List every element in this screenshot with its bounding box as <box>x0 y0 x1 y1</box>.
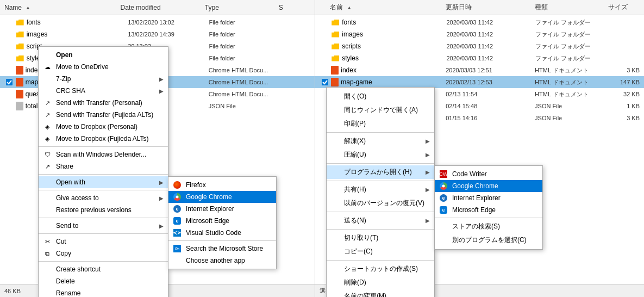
checkbox[interactable] <box>4 30 15 39</box>
left-col-size-label[interactable]: S <box>279 4 310 11</box>
right-menu-item-open[interactable]: 開く(O) <box>327 90 434 103</box>
crc-icon <box>43 86 52 95</box>
table-row[interactable]: fonts 2020/03/03 11:42 ファイル フォルダー <box>315 16 644 28</box>
right-menu-item-extract[interactable]: 解凍(X)▶ <box>327 134 434 148</box>
submenu-item-edge[interactable]: e Microsoft Edge <box>168 215 276 227</box>
firefox-icon <box>173 181 182 189</box>
menu-item-sendto[interactable]: Send to▶ <box>39 220 168 232</box>
right-menu-item-shortcut[interactable]: ショートカットの作成(S) <box>327 262 434 276</box>
file-name: fonts <box>27 18 128 26</box>
checkbox[interactable] <box>4 66 15 75</box>
table-row[interactable]: images 13/02/2020 14:39 File folder <box>0 28 315 40</box>
menu-item-send-personal[interactable]: ↗Send with Transfer (Personal) <box>39 97 168 109</box>
submenu-item-store-search[interactable]: ストアの検索(S) <box>435 220 542 233</box>
file-date: 2020/02/13 12:53 <box>446 79 535 85</box>
file-type: ファイル フォルダー <box>535 42 609 51</box>
checkbox[interactable] <box>4 102 15 110</box>
menu-item-send-fujieda[interactable]: ↗Send with Transfer (Fujieda ALTs) <box>39 109 168 121</box>
submenu-item-choose-program[interactable]: 別のプログラムを選択(C) <box>435 233 542 247</box>
checkbox[interactable] <box>4 54 15 63</box>
table-row[interactable]: index 2020/03/03 12:51 HTML ドキュメント 3 KB <box>315 64 644 76</box>
checkbox[interactable] <box>320 66 330 75</box>
table-row[interactable]: fonts 13/02/2020 13:02 File folder <box>0 16 315 28</box>
menu-item-share[interactable]: ↗Share <box>39 160 168 172</box>
menu-item-move-onedrive[interactable]: ☁Move to OneDrive <box>39 61 168 73</box>
menu-item-openwith[interactable]: Open with▶ Firefox Google Chrome <box>39 176 168 188</box>
menu-item-create-shortcut[interactable]: Create shortcut <box>39 263 168 275</box>
right-menu-item-cut[interactable]: 切り取り(T) <box>327 231 434 245</box>
left-col-date-label[interactable]: Date modified <box>121 4 205 11</box>
right-col-name[interactable]: 名前 ▲ <box>330 3 445 12</box>
menu-item-give-access[interactable]: Give access to▶ <box>39 192 168 204</box>
right-menu-item-share[interactable]: 共有(H)▶ <box>327 183 434 196</box>
right-col-size-label[interactable]: サイズ <box>608 3 640 12</box>
checkbox[interactable] <box>320 54 330 63</box>
submenu-item-choose[interactable]: Choose another app <box>168 255 276 267</box>
arrow-icon: ▶ <box>426 138 430 144</box>
right-menu-item-compress[interactable]: 圧縮(U)▶ <box>327 148 434 162</box>
separator <box>39 146 168 147</box>
right-menu-item-open-same[interactable]: 同じウィンドウで開く(A) <box>327 103 434 117</box>
right-menu-item-restore[interactable]: 以前のバージョンの復元(V) <box>327 196 434 210</box>
table-row[interactable]: scripts 2020/03/03 11:42 ファイル フォルダー <box>315 40 644 52</box>
separator <box>327 260 434 261</box>
menu-item-copy[interactable]: ⧉Copy <box>39 247 168 259</box>
right-col-type-label[interactable]: 種類 <box>535 3 608 12</box>
checkbox[interactable] <box>4 90 15 98</box>
menu-item-defender[interactable]: 🛡Scan with Windows Defender... <box>39 148 168 160</box>
checkbox[interactable] <box>4 78 15 86</box>
table-row[interactable]: styles 2020/03/03 11:42 ファイル フォルダー <box>315 52 644 64</box>
checkbox[interactable] <box>4 18 15 27</box>
file-date: 2020/03/03 11:42 <box>446 19 535 26</box>
submenu-item-ie[interactable]: e Internet Explorer <box>435 192 542 204</box>
checkbox[interactable] <box>320 78 330 86</box>
right-column-headers: 名前 ▲ 更新日時 種類 サイズ <box>315 0 644 15</box>
html-icon <box>331 66 339 75</box>
share-icon: ↗ <box>43 162 52 171</box>
left-col-type-label[interactable]: Type <box>205 4 279 11</box>
submenu-item-firefox[interactable]: Firefox <box>168 179 276 191</box>
folder-icon <box>16 54 24 63</box>
submenu-item-chrome[interactable]: Google Chrome <box>168 191 276 203</box>
table-row[interactable]: images 2020/03/03 11:42 ファイル フォルダー <box>315 28 644 40</box>
arrow-icon: ▶ <box>426 187 430 193</box>
checkbox[interactable] <box>320 42 330 51</box>
menu-item-dropbox-personal[interactable]: ◈Move to Dropbox (Personal) <box>39 121 168 133</box>
separator <box>327 229 434 230</box>
right-menu-item-sendto[interactable]: 送る(N)▶ <box>327 214 434 227</box>
menu-item-crcsha[interactable]: CRC SHA▶ <box>39 85 168 97</box>
right-menu-item-print[interactable]: 印刷(P) <box>327 117 434 131</box>
checkbox[interactable] <box>320 30 330 39</box>
json-icon <box>16 102 23 110</box>
submenu-item-edge[interactable]: e Microsoft Edge <box>435 204 542 216</box>
file-type: File folder <box>209 43 280 49</box>
submenu-item-vscode[interactable]: ≺≻ Visual Studio Code <box>168 227 276 239</box>
right-menu-item-openwith[interactable]: プログラムから開く(H)▶ CW Code Writer Google Chro… <box>327 165 434 179</box>
menu-item-cut[interactable]: ✂Cut <box>39 236 168 247</box>
table-row[interactable]: map-game 2020/02/13 12:53 HTML ドキュメント 14… <box>315 76 644 88</box>
openwith-icon <box>43 178 52 187</box>
right-menu-item-copy[interactable]: コピー(C) <box>327 245 434 258</box>
delete-icon <box>43 277 52 286</box>
submenu-item-ie[interactable]: e Internet Explorer <box>168 203 276 215</box>
menu-item-open[interactable]: Open <box>39 49 168 61</box>
menu-item-delete[interactable]: Delete <box>39 275 168 287</box>
file-type: HTML ドキュメント <box>535 90 608 98</box>
menu-item-rename[interactable]: Rename <box>39 287 168 297</box>
right-menu-item-delete[interactable]: 削除(D) <box>327 276 434 289</box>
submenu-item-chrome[interactable]: Google Chrome <box>435 180 542 192</box>
menu-item-restore-versions[interactable]: Restore previous versions <box>39 204 168 216</box>
checkbox[interactable] <box>4 42 15 51</box>
right-col-date-label[interactable]: 更新日時 <box>446 3 535 12</box>
submenu-item-codewriter[interactable]: CW Code Writer <box>435 168 542 180</box>
menu-item-7zip[interactable]: 7-Zip▶ <box>39 73 168 85</box>
menu-item-dropbox-fujieda[interactable]: ◈Move to Dropbox (Fujieda ALTs) <box>39 133 168 145</box>
left-col-name[interactable]: Name ▲ <box>4 4 121 11</box>
checkbox[interactable] <box>320 18 330 27</box>
shortcut-icon <box>43 265 52 274</box>
right-menu-item-rename[interactable]: 名前の変更(M) <box>327 289 434 297</box>
html-icon <box>16 66 23 75</box>
submenu-item-store[interactable]: 🛍 Search the Microsoft Store <box>168 243 276 255</box>
file-date: 02/13 11:54 <box>446 91 535 97</box>
rename-icon <box>43 289 52 297</box>
